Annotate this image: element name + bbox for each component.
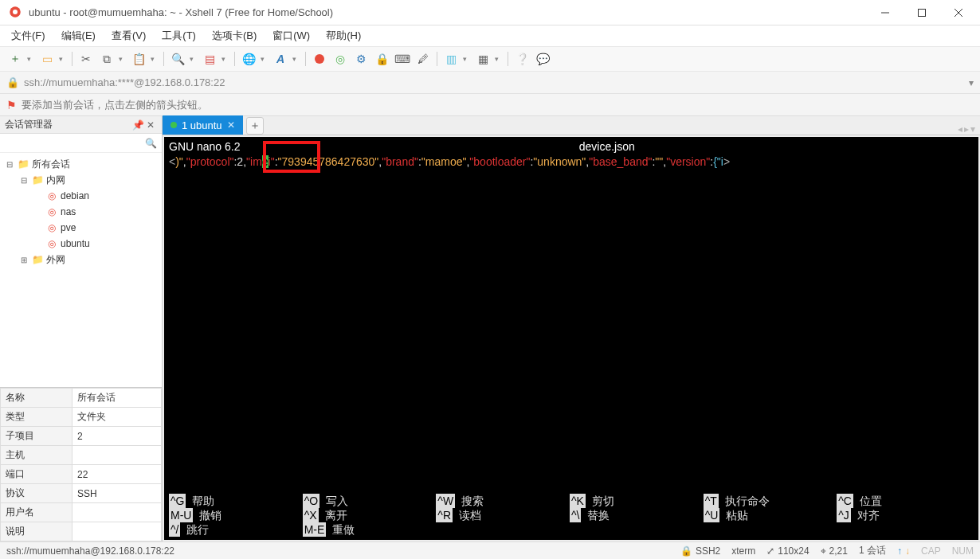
session-manager-title: 会话管理器 [5, 118, 53, 131]
tab-label: 1 ubuntu [182, 119, 222, 131]
globe-icon[interactable]: 🌐 [240, 50, 257, 68]
prop-port-value: 22 [72, 465, 161, 484]
chevron-down-icon[interactable]: ▾ [969, 77, 974, 88]
session-manager: 会话管理器 📌 ✕ 🔍 ⊟📁所有会话 ⊟📁内网 ◎debian ◎nas ◎pv… [0, 116, 163, 541]
pin-icon[interactable]: ⚑ [6, 99, 17, 111]
status-dot-icon [171, 122, 177, 128]
xshell-icon[interactable] [311, 50, 328, 68]
chat-icon[interactable]: 💬 [534, 50, 551, 68]
close-tab-icon[interactable]: ✕ [227, 119, 235, 131]
status-term: xterm [731, 545, 755, 557]
addressbar: 🔒 ssh://mumuemhaha:****@192.168.0.178:22… [0, 72, 980, 94]
arrow-down-icon: ↓ [905, 545, 910, 557]
highlight-icon[interactable]: 🖉 [414, 50, 432, 68]
cursor-icon: ⌖ [821, 545, 826, 557]
prop-sub-label: 子项目 [1, 427, 73, 446]
search-icon[interactable]: 🔍 [145, 138, 157, 149]
tile-h-icon[interactable]: ▥ [442, 50, 460, 68]
bookmark-icon[interactable]: ▤ [201, 50, 218, 68]
close-panel-icon[interactable]: ✕ [144, 119, 157, 131]
prop-type-value: 文件夹 [72, 408, 161, 427]
tree-item-nas[interactable]: ◎nas [2, 204, 160, 220]
search-icon[interactable]: 🔍 [169, 50, 186, 68]
menubar: 文件(F) 编辑(E) 查看(V) 工具(T) 选项卡(B) 窗口(W) 帮助(… [0, 25, 980, 46]
menu-edit[interactable]: 编辑(E) [57, 27, 100, 45]
infobar-text: 要添加当前会话，点击左侧的箭头按钮。 [22, 98, 208, 112]
infobar: ⚑ 要添加当前会话，点击左侧的箭头按钮。 [0, 94, 980, 116]
close-button[interactable] [940, 0, 977, 25]
copy-icon[interactable]: ⧉ [98, 50, 116, 68]
status-ssh: SSH2 [696, 545, 720, 557]
terminal[interactable]: GNU nano 6.2 device.json <)","protocol":… [164, 137, 978, 540]
app-icon [8, 5, 24, 21]
prop-proto-value: SSH [72, 484, 161, 503]
add-tab-button[interactable]: ＋ [246, 117, 264, 135]
prop-name-value: 所有会话 [72, 389, 161, 408]
help-icon[interactable]: ❔ [513, 50, 531, 68]
resize-icon: ⤢ [766, 545, 774, 557]
pin-panel-icon[interactable]: 📌 [131, 119, 144, 131]
menu-help[interactable]: 帮助(H) [321, 27, 366, 45]
status-pos: 2,21 [829, 545, 848, 557]
tab-menu-icon[interactable]: ▾ [970, 123, 975, 135]
tree-root[interactable]: ⊟📁所有会话 [2, 156, 160, 172]
svg-point-6 [315, 54, 324, 64]
prop-port-label: 端口 [1, 465, 73, 484]
script-icon[interactable]: ⚙ [352, 50, 370, 68]
tree-item-ubuntu[interactable]: ◎ubuntu [2, 236, 160, 252]
svg-rect-3 [919, 9, 926, 16]
status-size: 110x24 [778, 545, 809, 557]
prop-user-label: 用户名 [1, 503, 73, 522]
svg-point-1 [13, 10, 18, 14]
session-search-input[interactable] [5, 138, 145, 149]
tree-inner[interactable]: ⊟📁内网 [2, 172, 160, 188]
tab-next-icon[interactable]: ▸ [964, 123, 969, 135]
lock-icon: 🔒 [680, 545, 692, 557]
paste-icon[interactable]: 📋 [130, 50, 147, 68]
statusbar: ssh://mumuemhaha@192.168.0.178:22 🔒SSH2 … [0, 541, 980, 559]
status-num: NUM [952, 545, 974, 557]
prop-sub-value: 2 [72, 427, 161, 446]
prop-host-value [72, 446, 161, 465]
menu-tools[interactable]: 工具(T) [157, 27, 201, 45]
prop-desc-label: 说明 [1, 522, 73, 541]
maximize-button[interactable] [904, 0, 940, 25]
status-sessions: 1 会话 [859, 544, 886, 557]
menu-view[interactable]: 查看(V) [107, 27, 151, 45]
titlebar: ubuntu - root@mumuemhaha: ~ - Xshell 7 (… [0, 0, 980, 25]
tab-ubuntu[interactable]: 1 ubuntu ✕ [163, 115, 243, 135]
prop-name-label: 名称 [1, 389, 73, 408]
nano-shortcut-bar: ^G帮助 ^O写入 ^W搜索 ^K剪切 ^T执行命令 ^C位置 M-U撤销 ^X… [169, 494, 974, 537]
tab-prev-icon[interactable]: ◂ [958, 123, 962, 135]
menu-file[interactable]: 文件(F) [6, 27, 50, 45]
minimize-button[interactable] [867, 0, 904, 25]
prop-proto-label: 协议 [1, 484, 73, 503]
open-icon[interactable]: ▭ [38, 50, 56, 68]
window-title: ubuntu - root@mumuemhaha: ~ - Xshell 7 (… [29, 6, 867, 18]
tree-item-debian[interactable]: ◎debian [2, 188, 160, 204]
prop-user-value [72, 503, 161, 522]
tab-strip: 1 ubuntu ✕ ＋ ◂ ▸ ▾ [163, 116, 980, 135]
toolbar: ＋▾ ▭▾ ✂ ⧉▾ 📋▾ 🔍▾ ▤▾ 🌐▾ A▾ ◎ ⚙ 🔒 ⌨ 🖉 ▥▾ ▦… [0, 46, 980, 72]
prop-desc-value [72, 522, 161, 541]
nano-title: GNU nano 6.2 [169, 139, 241, 154]
font-icon[interactable]: A [272, 50, 289, 68]
address-text[interactable]: ssh://mumuemhaha:****@192.168.0.178:22 [24, 76, 225, 88]
menu-window[interactable]: 窗口(W) [268, 27, 315, 45]
tile-v-icon[interactable]: ▦ [474, 50, 492, 68]
prop-host-label: 主机 [1, 446, 73, 465]
session-tree: ⊟📁所有会话 ⊟📁内网 ◎debian ◎nas ◎pve ◎ubuntu ⊞📁… [0, 153, 162, 387]
xftp-icon[interactable]: ◎ [331, 50, 349, 68]
lock-icon[interactable]: 🔒 [373, 50, 390, 68]
tree-item-pve[interactable]: ◎pve [2, 220, 160, 236]
tree-outer[interactable]: ⊞📁外网 [2, 252, 160, 268]
prop-type-label: 类型 [1, 408, 73, 427]
cut-icon[interactable]: ✂ [77, 50, 95, 68]
status-address: ssh://mumuemhaha@192.168.0.178:22 [6, 545, 174, 557]
nano-filename: device.json [241, 139, 974, 154]
arrow-up-icon: ↑ [897, 545, 902, 557]
new-session-icon[interactable]: ＋ [6, 50, 24, 68]
keyboard-icon[interactable]: ⌨ [394, 50, 411, 68]
menu-tabs[interactable]: 选项卡(B) [207, 27, 261, 45]
highlight-box [263, 141, 320, 173]
